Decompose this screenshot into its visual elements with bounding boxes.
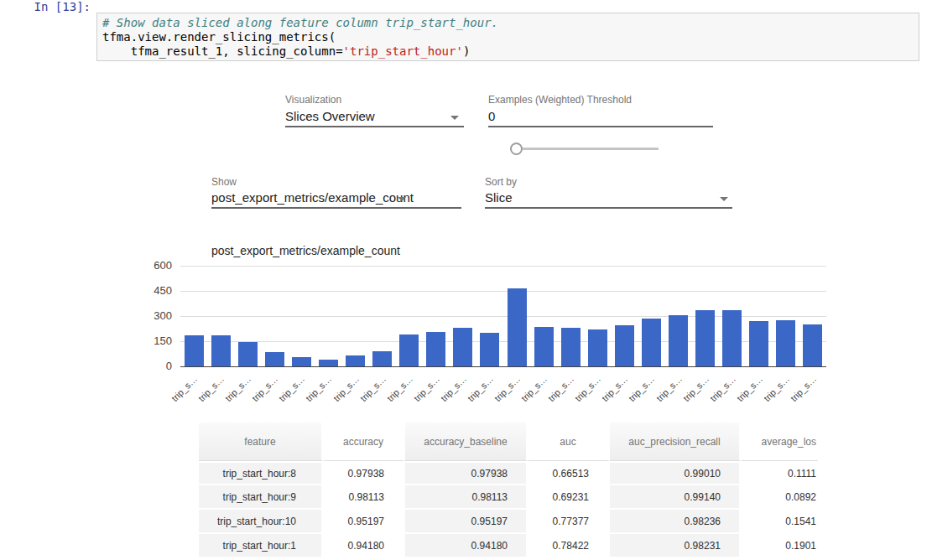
column-header: auc — [528, 423, 610, 461]
column-header: auc_precision_recall — [610, 423, 742, 461]
metrics-table: featureaccuracyaccuracy_baselineaucauc_p… — [199, 423, 818, 560]
chart-bar[interactable] — [588, 329, 607, 366]
notebook-page: In [13]: # Show data sliced along featur… — [0, 0, 932, 560]
chart-bar[interactable] — [508, 288, 527, 366]
feature-cell: trip_start_hour:10 — [199, 510, 324, 534]
chart-bar[interactable] — [722, 310, 742, 366]
metric-cell: 0.77377 — [528, 510, 610, 534]
chart-bar[interactable] — [480, 333, 499, 366]
code-line-3-pre: tfma_result_1, slicing_column= — [102, 44, 343, 58]
metric-cell: 0.99010 — [610, 461, 742, 485]
chart-bar[interactable] — [426, 332, 445, 366]
code-line-2: tfma.view.render_slicing_metrics( — [102, 30, 914, 44]
chart-bar[interactable] — [561, 328, 581, 366]
feature-cell: trip_start_hour:1 — [199, 534, 324, 558]
metric-cell: 0.1901 — [742, 534, 818, 558]
slider-handle[interactable] — [510, 143, 523, 155]
visualization-dropdown[interactable]: Slices Overview — [285, 109, 464, 127]
metric-cell: 0.98113 — [324, 485, 405, 510]
threshold-slider[interactable] — [503, 138, 671, 160]
metric-cell: 0.98236 — [610, 510, 742, 534]
table-row[interactable]: trip_start_hour:90.981130.981130.692310.… — [199, 485, 818, 510]
y-axis-tick: 450 — [134, 285, 172, 296]
table-header-row: featureaccuracyaccuracy_baselineaucauc_p… — [199, 423, 818, 461]
metric-cell: 0.97938 — [324, 461, 405, 485]
visualization-value: Slices Overview — [285, 109, 375, 123]
metric-cell: 0.1541 — [742, 510, 818, 534]
code-line-3-post: ) — [463, 44, 470, 58]
feature-cell: trip_start_hour:8 — [199, 461, 324, 485]
metric-cell: 0.95197 — [405, 510, 528, 534]
x-axis-labels: trip_s…trip_s…trip_s…trip_s…trip_s…trip_… — [180, 367, 826, 401]
sortby-dropdown[interactable]: Slice — [485, 190, 732, 209]
metric-cell: 0.94180 — [405, 534, 528, 558]
feature-cell: trip_start_hour:9 — [199, 485, 324, 510]
visualization-label: Visualization — [285, 94, 341, 106]
chart-bar[interactable] — [346, 355, 365, 366]
y-axis-tick: 150 — [134, 335, 172, 346]
chart-bar[interactable] — [695, 310, 715, 366]
code-cell[interactable]: # Show data sliced along feature column … — [96, 13, 919, 61]
code-string-literal: 'trip_start_hour' — [343, 44, 463, 58]
grid-line — [180, 291, 826, 292]
chart-bar[interactable] — [211, 335, 231, 366]
metric-cell: 0.1111 — [742, 461, 818, 485]
metric-cell: 0.66513 — [528, 461, 610, 485]
metric-cell: 0.94180 — [324, 534, 405, 558]
y-axis-tick: 0 — [134, 360, 172, 371]
column-header: average_los — [742, 423, 818, 461]
y-axis-tick: 300 — [134, 310, 172, 321]
chart-bar[interactable] — [749, 321, 768, 366]
chart-bar[interactable] — [669, 315, 688, 366]
chart-bar[interactable] — [372, 351, 392, 366]
chart-bar[interactable] — [453, 328, 472, 366]
metric-cell: 0.99140 — [610, 485, 742, 510]
input-prompt: In [13]: — [0, 0, 91, 13]
metric-cell: 0.98113 — [405, 485, 528, 510]
column-header: accuracy — [324, 423, 405, 461]
slider-track[interactable] — [523, 148, 659, 150]
chevron-down-icon — [720, 197, 728, 201]
table-row[interactable]: trip_start_hour:100.951970.951970.773770… — [199, 510, 818, 534]
sortby-label: Sort by — [485, 176, 517, 188]
code-comment: # Show data sliced along feature column … — [102, 16, 914, 30]
chart-bar[interactable] — [265, 352, 284, 366]
threshold-input[interactable]: 0 — [488, 109, 713, 127]
chart-bar[interactable] — [185, 335, 204, 366]
chart-bar[interactable] — [399, 334, 419, 366]
legend-swatch-icon — [186, 246, 206, 257]
chart-bar[interactable] — [642, 319, 661, 366]
metric-cell: 0.78422 — [528, 534, 610, 558]
column-header: feature — [199, 423, 324, 461]
show-label: Show — [211, 176, 237, 188]
chart-bar[interactable] — [615, 325, 634, 366]
column-header: accuracy_baseline — [405, 423, 528, 461]
threshold-value: 0 — [488, 109, 495, 123]
chevron-down-icon — [398, 197, 406, 201]
y-axis-tick: 600 — [134, 260, 172, 271]
plot-area — [180, 266, 826, 367]
metric-cell: 0.98231 — [610, 534, 742, 558]
metric-cell: 0.95197 — [324, 510, 405, 534]
legend-label: post_export_metrics/example_count — [211, 244, 400, 257]
code-line-3: tfma_result_1, slicing_column='trip_star… — [102, 44, 914, 59]
chart-bar[interactable] — [534, 327, 554, 366]
sortby-value: Slice — [485, 190, 513, 205]
threshold-label: Examples (Weighted) Threshold — [488, 94, 632, 106]
table-row[interactable]: trip_start_hour:80.979380.979380.665130.… — [199, 461, 818, 485]
bar-chart: post_export_metrics/example_count 600450… — [0, 243, 932, 411]
chart-bar[interactable] — [292, 357, 311, 366]
show-dropdown[interactable]: post_export_metrics/example_count — [211, 190, 461, 209]
chart-bar[interactable] — [776, 320, 795, 366]
chart-bar[interactable] — [803, 324, 822, 366]
metric-cell: 0.97938 — [405, 461, 528, 485]
chart-bar[interactable] — [238, 342, 258, 366]
show-value: post_export_metrics/example_count — [211, 190, 414, 205]
table-row[interactable]: trip_start_hour:10.941800.941800.784220.… — [199, 534, 818, 558]
metric-cell: 0.0892 — [742, 485, 818, 510]
grid-line — [180, 266, 826, 267]
chart-bar[interactable] — [319, 360, 338, 366]
chevron-down-icon — [450, 116, 459, 120]
metric-cell: 0.69231 — [528, 485, 610, 510]
